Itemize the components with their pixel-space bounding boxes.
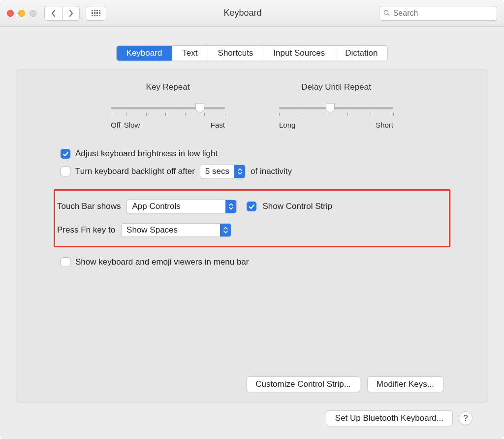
key-repeat-off-label: Off [111, 121, 121, 129]
keyboard-panel: Key Repeat [16, 69, 488, 403]
tab-input-sources[interactable]: Input Sources [263, 46, 335, 61]
highlight-annotation: Touch Bar shows App Controls Show Contro… [54, 189, 450, 247]
titlebar: Keyboard [0, 0, 504, 27]
tab-shortcuts[interactable]: Shortcuts [208, 46, 264, 61]
help-button[interactable]: ? [459, 411, 472, 425]
show-viewers-label: Show keyboard and emoji viewers in menu … [75, 257, 249, 267]
panel-buttons-row: Customize Control Strip... Modifier Keys… [61, 376, 443, 392]
modifier-keys-button[interactable]: Modifier Keys... [367, 376, 443, 392]
zoom-window-button[interactable] [30, 10, 36, 17]
forward-button[interactable] [62, 6, 80, 21]
show-viewers-checkbox[interactable] [61, 257, 70, 267]
updown-icon [225, 200, 236, 213]
backlight-timeout-value: 5 secs [200, 167, 234, 176]
close-window-button[interactable] [7, 10, 14, 17]
backlight-off-prefix: Turn keyboard backlight off after [75, 167, 195, 176]
delay-labels: Long Short [279, 121, 393, 129]
key-repeat-slow-label: Slow [124, 121, 140, 129]
delay-block: Delay Until Repeat Long [279, 82, 393, 129]
keyboard-preferences-window: Keyboard Keyboard Text Shortcuts Input S… [0, 0, 504, 439]
footer-row: Set Up Bluetooth Keyboard... ? [16, 403, 488, 431]
delay-short-label: Short [376, 121, 393, 129]
adjust-brightness-label: Adjust keyboard brightness in low light [75, 149, 218, 159]
show-control-strip-label: Show Control Strip [262, 202, 332, 211]
tab-bar: Keyboard Text Shortcuts Input Sources Di… [16, 45, 488, 61]
adjust-brightness-checkbox[interactable] [61, 149, 70, 159]
touchbar-value: App Controls [127, 202, 225, 211]
adjust-brightness-row: Adjust keyboard brightness in low light [61, 149, 443, 159]
check-icon [63, 151, 69, 157]
customize-control-strip-button[interactable]: Customize Control Strip... [246, 376, 360, 392]
tab-keyboard[interactable]: Keyboard [117, 46, 173, 61]
backlight-off-suffix: of inactivity [251, 167, 292, 176]
updown-icon [220, 223, 231, 237]
back-button[interactable] [44, 6, 62, 21]
tabs-group: Keyboard Text Shortcuts Input Sources Di… [116, 45, 388, 61]
tab-dictation[interactable]: Dictation [335, 46, 387, 61]
search-input[interactable] [393, 9, 493, 18]
minimize-window-button[interactable] [18, 10, 25, 17]
updown-icon [234, 165, 245, 178]
tab-text[interactable]: Text [172, 46, 208, 61]
fn-key-value: Show Spaces [122, 225, 220, 235]
touchbar-row: Touch Bar shows App Controls Show Contro… [57, 200, 443, 213]
setup-bluetooth-keyboard-button[interactable]: Set Up Bluetooth Keyboard... [326, 410, 453, 426]
delay-knob[interactable] [326, 103, 335, 114]
question-icon: ? [463, 413, 468, 423]
show-control-strip-checkbox[interactable] [247, 202, 256, 211]
window-controls [7, 10, 36, 17]
delay-title: Delay Until Repeat [301, 82, 371, 92]
show-viewers-row: Show keyboard and emoji viewers in menu … [61, 257, 443, 267]
search-icon [383, 9, 390, 17]
chevron-left-icon [51, 10, 56, 17]
key-repeat-slider[interactable] [111, 100, 225, 120]
show-all-button[interactable] [86, 6, 106, 21]
search-field[interactable] [379, 6, 497, 21]
key-repeat-title: Key Repeat [146, 82, 190, 92]
touchbar-label: Touch Bar shows [57, 202, 121, 211]
content-area: Keyboard Text Shortcuts Input Sources Di… [0, 27, 504, 439]
fn-key-row: Press Fn key to Show Spaces [57, 223, 443, 237]
backlight-off-row: Turn keyboard backlight off after 5 secs… [61, 165, 443, 178]
delay-slider[interactable] [279, 100, 393, 120]
delay-long-label: Long [279, 121, 295, 129]
key-repeat-fast-label: Fast [211, 121, 225, 129]
check-icon [249, 203, 255, 210]
backlight-timeout-select[interactable]: 5 secs [200, 165, 246, 178]
svg-line-1 [388, 14, 389, 15]
fn-key-label: Press Fn key to [57, 225, 115, 235]
chevron-right-icon [68, 10, 73, 17]
nav-buttons [44, 6, 80, 21]
sliders-row: Key Repeat [61, 82, 443, 129]
window-title: Keyboard [106, 8, 379, 18]
key-repeat-knob[interactable] [195, 103, 204, 114]
fn-key-select[interactable]: Show Spaces [121, 223, 231, 237]
touchbar-select[interactable]: App Controls [126, 200, 237, 213]
backlight-off-checkbox[interactable] [61, 167, 70, 176]
key-repeat-labels: Off Slow Fast [111, 121, 225, 129]
grid-icon [92, 10, 100, 16]
key-repeat-block: Key Repeat [111, 82, 225, 129]
